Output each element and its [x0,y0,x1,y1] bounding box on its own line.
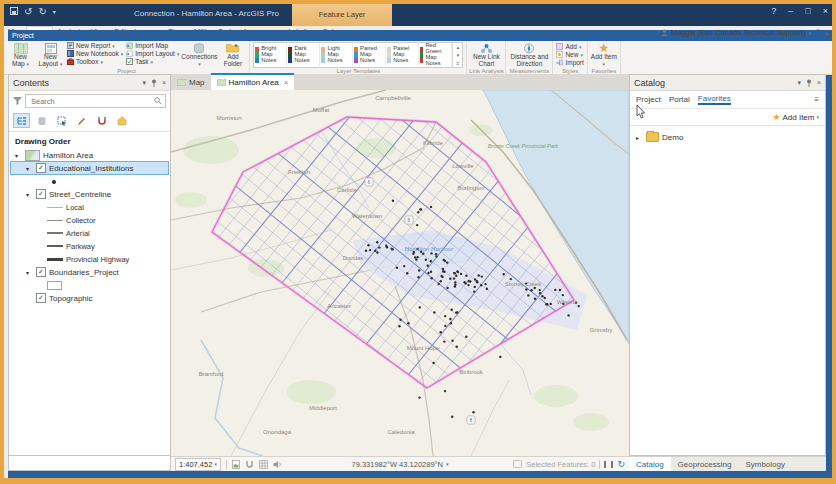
expander-icon[interactable]: ▾ [15,152,22,159]
legend-arterial[interactable]: Arterial [11,227,168,239]
task-button[interactable]: Task▾ [126,58,179,65]
pause-drawing-icon[interactable] [604,461,613,468]
styles-new-button[interactable]: New▾ [556,51,583,58]
paired-map-notes-button[interactable]: Paired Map Notes [353,43,386,67]
catalog-tab-portal[interactable]: Portal [669,95,690,104]
list-by-data-source-icon[interactable] [33,113,50,128]
account-area[interactable]: Maggie (Esri Canada Technical Support) ▾… [661,28,828,37]
legend-collector[interactable]: Collector [11,214,168,226]
connections-button[interactable]: Connections ▾ [182,42,216,68]
new-link-chart-button[interactable]: New Link Chart [470,42,502,68]
catalog-add-item-button[interactable]: Add Item [782,113,814,122]
collapse-ribbon-icon[interactable]: ▴ [825,29,828,36]
save-icon[interactable] [10,7,18,17]
expander-icon[interactable]: ▾ [26,165,33,172]
close-pane-icon[interactable]: × [817,79,821,86]
favorites-item-demo[interactable]: Demo [662,133,683,142]
map-canvas[interactable]: 658CampbellvilleMoffatMorristonKilbrideL… [171,90,629,456]
layer-visibility-checkbox[interactable]: ✓ [36,267,46,277]
list-by-snapping-icon[interactable] [93,113,110,128]
list-by-labeling-icon[interactable] [113,113,130,128]
help-button[interactable]: ? [771,6,776,16]
symbol-educational-institutions[interactable] [11,175,168,187]
dropdown-caret-icon: ▾ [151,59,154,65]
layer-topographic[interactable]: ✓Topographic [11,292,168,304]
customize-toolbar-icon[interactable]: ▾ [53,7,56,17]
tab-map[interactable]: Map [171,74,211,90]
map-scale-select[interactable]: 1:407,452▾ [175,458,221,471]
list-by-selection-icon[interactable] [53,113,70,128]
expander-icon[interactable]: ▾ [26,269,33,276]
dark-map-notes-button[interactable]: Dark Map Notes [287,43,320,67]
catalog-menu-icon[interactable]: ≡ [814,95,819,104]
search-icon[interactable] [154,97,162,105]
dock-tab-geoprocessing[interactable]: Geoprocessing [671,457,739,471]
grid-icon[interactable] [259,460,268,469]
distance-and-direction-button[interactable]: Distance and Direction [509,42,549,68]
close-pane-icon[interactable]: × [162,79,166,86]
import-layout-label: Import Layout [135,50,175,57]
gallery-down-icon[interactable]: ▾ [453,51,462,59]
filter-icon[interactable] [13,97,22,105]
contents-search-input[interactable] [29,96,154,107]
feature-layer-contextual-header[interactable]: Feature Layer [292,4,392,26]
refresh-icon[interactable]: ↻ [617,459,625,469]
expander-icon[interactable]: ▾ [26,191,33,198]
pin-icon[interactable] [151,79,157,87]
redo-icon[interactable]: ↻ [38,7,46,17]
dock-tab-symbology[interactable]: Symbology [738,457,792,471]
gallery-expand-icon[interactable]: ≡ [453,59,462,67]
legend-local[interactable]: Local [11,201,168,213]
maximize-button[interactable]: □ [805,6,810,16]
catalog-tab-favorites[interactable]: Favorites [698,94,731,105]
symbol-boundaries-project[interactable] [11,279,168,291]
toolbox-button[interactable]: Toolbox▾ [67,58,123,65]
notebook-icon [67,50,74,57]
minimize-button[interactable]: – [788,6,793,16]
styles-import-button[interactable]: Import [556,59,583,66]
import-layout-button[interactable]: Import Layout▾ [126,50,179,57]
tab-hamilton-area[interactable]: Hamilton Area × [211,73,295,90]
pane-menu-icon[interactable]: ▾ [142,79,146,87]
layer-hamilton-area[interactable]: ▾Hamilton Area [11,149,168,161]
pastel-map-notes-button[interactable]: Pastel Map Notes [386,43,419,67]
layer-street-centreline[interactable]: ▾✓Street_Centreline [11,188,168,200]
styles-add-button[interactable]: Add▾ [556,43,583,50]
light-map-notes-button[interactable]: Light Map Notes [320,43,353,67]
layer-boundaries-project[interactable]: ▾✓Boundaries_Project [11,266,168,278]
pin-icon[interactable] [806,79,812,87]
layer-educational-institutions[interactable]: ▾✓Educational_Institutions [11,162,168,174]
legend-provincial-highway[interactable]: Provincial Highway [11,253,168,265]
close-button[interactable]: × [823,6,828,16]
layer-visibility-checkbox[interactable]: ✓ [36,163,46,173]
volume-icon[interactable] [273,460,283,469]
undo-icon[interactable]: ↺ [24,7,32,17]
legend-parkway[interactable]: Parkway [11,240,168,252]
new-notebook-button[interactable]: New Notebook▾ [67,50,123,57]
expander-icon[interactable]: ▸ [636,134,643,141]
close-tab-icon[interactable]: × [284,78,289,87]
new-map-button[interactable]: New Map ▾ [7,42,34,68]
gallery-up-icon[interactable]: ▴ [453,43,462,51]
red-green-map-notes-button[interactable]: Red Green Map Notes [419,43,452,67]
basemap-icon[interactable] [232,460,240,469]
add-folder-button[interactable]: Add Folder [219,42,246,68]
snapping-icon[interactable] [245,460,254,469]
import-map-button[interactable]: Import Map [126,42,179,49]
new-report-button[interactable]: New Report▾ [67,42,123,49]
bright-map-notes-button[interactable]: Bright Map Notes [254,43,287,67]
list-by-drawing-order-icon[interactable] [13,113,30,128]
list-by-editing-icon[interactable] [73,113,90,128]
layer-visibility-checkbox[interactable]: ✓ [36,189,46,199]
dot-symbol [47,177,61,186]
catalog-tab-project[interactable]: Project [636,95,661,104]
map-coordinates[interactable]: 79.331982°W 43.120289°N▾ [352,460,449,469]
layer-visibility-checkbox[interactable]: ✓ [36,293,46,303]
map-label: Lowville [452,163,474,169]
pane-menu-icon[interactable]: ▾ [797,79,801,87]
add-item-button[interactable]: ★ Add Item ▾ [591,42,617,68]
new-layout-button[interactable]: New Layout ▾ [37,42,64,68]
notifications-icon[interactable] [814,29,822,37]
map-view-tabs: Map Hamilton Area × [171,74,629,91]
dock-tab-catalog[interactable]: Catalog [629,457,671,471]
